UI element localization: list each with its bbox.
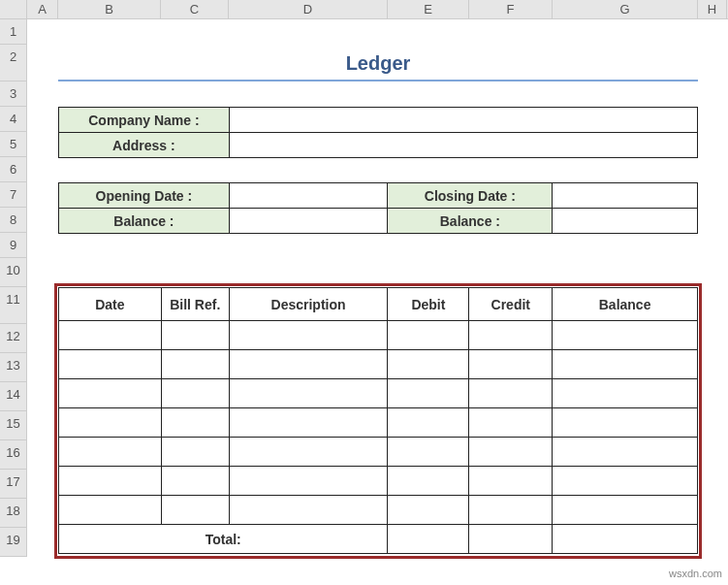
cell-description[interactable] bbox=[229, 321, 388, 350]
total-debit-cell[interactable] bbox=[388, 525, 469, 554]
address-cell[interactable] bbox=[229, 133, 697, 158]
cell-balance[interactable] bbox=[553, 321, 698, 350]
col-header-E[interactable]: E bbox=[388, 0, 469, 18]
table-row bbox=[59, 408, 698, 438]
cell-debit[interactable] bbox=[388, 408, 469, 438]
col-header-B[interactable]: B bbox=[58, 0, 161, 18]
col-header-F[interactable]: F bbox=[469, 0, 553, 18]
ledger-title: Ledger bbox=[58, 50, 698, 81]
select-all-corner[interactable] bbox=[0, 0, 27, 18]
ledger-entries-table: Date Bill Ref. Description Debit Credit … bbox=[58, 287, 698, 554]
cell-billref[interactable] bbox=[161, 496, 229, 525]
cell-description[interactable] bbox=[229, 496, 388, 525]
opening-date-cell[interactable] bbox=[229, 183, 388, 209]
cell-debit[interactable] bbox=[388, 496, 469, 525]
ledger-header-credit: Credit bbox=[469, 288, 553, 321]
address-label: Address : bbox=[59, 133, 230, 158]
row-header-3[interactable]: 3 bbox=[0, 81, 27, 107]
col-header-H[interactable]: H bbox=[698, 0, 727, 18]
cell-balance[interactable] bbox=[553, 350, 698, 379]
cell-description[interactable] bbox=[229, 350, 388, 379]
row-header-8[interactable]: 8 bbox=[0, 208, 27, 233]
col-header-G[interactable]: G bbox=[553, 0, 698, 18]
company-name-label: Company Name : bbox=[59, 108, 230, 133]
cell-debit[interactable] bbox=[388, 321, 469, 350]
table-row bbox=[59, 496, 698, 525]
cell-credit[interactable] bbox=[469, 467, 553, 496]
row-header-16[interactable]: 16 bbox=[0, 440, 27, 470]
cell-date[interactable] bbox=[59, 467, 162, 496]
cell-debit[interactable] bbox=[388, 438, 469, 467]
cell-description[interactable] bbox=[229, 467, 388, 496]
row-header-9[interactable]: 9 bbox=[0, 233, 27, 258]
total-balance-cell[interactable] bbox=[553, 525, 698, 554]
closing-balance-cell[interactable] bbox=[553, 209, 698, 234]
cell-description[interactable] bbox=[229, 379, 388, 408]
cell-debit[interactable] bbox=[388, 379, 469, 408]
cell-credit[interactable] bbox=[469, 438, 553, 467]
table-row bbox=[59, 438, 698, 467]
total-row: Total: bbox=[59, 525, 698, 554]
row-headers: 1 2 3 4 5 6 7 8 9 10 11 12 13 14 15 16 1… bbox=[0, 19, 27, 557]
cell-date[interactable] bbox=[59, 321, 162, 350]
cell-debit[interactable] bbox=[388, 467, 469, 496]
cell-credit[interactable] bbox=[469, 496, 553, 525]
cell-billref[interactable] bbox=[161, 321, 229, 350]
cell-billref[interactable] bbox=[161, 438, 229, 467]
row-header-17[interactable]: 17 bbox=[0, 470, 27, 499]
cell-date[interactable] bbox=[59, 379, 162, 408]
dates-balances-table: Opening Date : Closing Date : Balance : … bbox=[58, 182, 698, 234]
col-header-C[interactable]: C bbox=[161, 0, 229, 18]
cell-billref[interactable] bbox=[161, 350, 229, 379]
ledger-header-description: Description bbox=[229, 288, 388, 321]
row-header-10[interactable]: 10 bbox=[0, 258, 27, 287]
cell-debit[interactable] bbox=[388, 350, 469, 379]
cell-date[interactable] bbox=[59, 408, 162, 438]
col-header-A[interactable]: A bbox=[27, 0, 58, 18]
cell-date[interactable] bbox=[59, 438, 162, 467]
cell-balance[interactable] bbox=[553, 408, 698, 438]
total-credit-cell[interactable] bbox=[469, 525, 553, 554]
cell-date[interactable] bbox=[59, 350, 162, 379]
cell-date[interactable] bbox=[59, 496, 162, 525]
company-name-cell[interactable] bbox=[229, 108, 697, 133]
cell-credit[interactable] bbox=[469, 408, 553, 438]
company-info-table: Company Name : Address : bbox=[58, 107, 698, 158]
row-header-6[interactable]: 6 bbox=[0, 157, 27, 182]
row-header-5[interactable]: 5 bbox=[0, 132, 27, 157]
row-header-19[interactable]: 19 bbox=[0, 528, 27, 557]
cell-balance[interactable] bbox=[553, 379, 698, 408]
cell-description[interactable] bbox=[229, 408, 388, 438]
cell-credit[interactable] bbox=[469, 321, 553, 350]
cell-credit[interactable] bbox=[469, 379, 553, 408]
cell-billref[interactable] bbox=[161, 379, 229, 408]
row-header-18[interactable]: 18 bbox=[0, 499, 27, 528]
ledger-header-billref: Bill Ref. bbox=[161, 288, 229, 321]
row-header-7[interactable]: 7 bbox=[0, 182, 27, 208]
cell-balance[interactable] bbox=[553, 496, 698, 525]
ledger-header-debit: Debit bbox=[388, 288, 469, 321]
ledger-header-balance: Balance bbox=[553, 288, 698, 321]
cell-credit[interactable] bbox=[469, 350, 553, 379]
opening-date-label: Opening Date : bbox=[59, 183, 230, 209]
cell-billref[interactable] bbox=[161, 467, 229, 496]
table-row bbox=[59, 379, 698, 408]
closing-date-cell[interactable] bbox=[553, 183, 698, 209]
row-header-15[interactable]: 15 bbox=[0, 411, 27, 440]
row-header-11[interactable]: 11 bbox=[0, 287, 27, 324]
row-header-14[interactable]: 14 bbox=[0, 382, 27, 411]
table-row bbox=[59, 321, 698, 350]
row-header-12[interactable]: 12 bbox=[0, 324, 27, 353]
cell-balance[interactable] bbox=[553, 467, 698, 496]
col-header-D[interactable]: D bbox=[229, 0, 388, 18]
spreadsheet-cells-area[interactable]: Ledger Company Name : Address : Opening … bbox=[27, 19, 728, 557]
opening-balance-cell[interactable] bbox=[229, 209, 388, 234]
row-header-2[interactable]: 2 bbox=[0, 45, 27, 81]
row-header-4[interactable]: 4 bbox=[0, 107, 27, 132]
row-header-13[interactable]: 13 bbox=[0, 353, 27, 382]
cell-billref[interactable] bbox=[161, 408, 229, 438]
cell-balance[interactable] bbox=[553, 438, 698, 467]
cell-description[interactable] bbox=[229, 438, 388, 467]
row-header-1[interactable]: 1 bbox=[0, 19, 27, 45]
table-row bbox=[59, 467, 698, 496]
